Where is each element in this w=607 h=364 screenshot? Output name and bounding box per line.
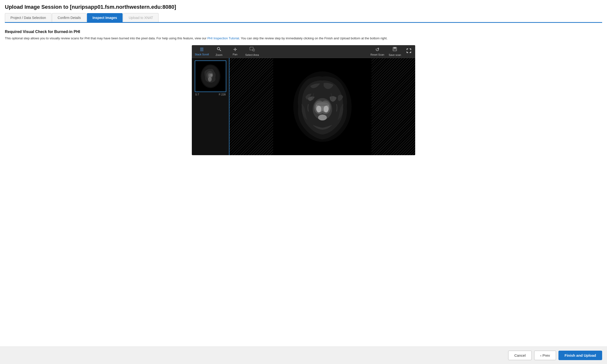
action-reset-scan[interactable]: ↺ Reset Scan [371,47,384,56]
thumbnail-image[interactable] [195,61,226,92]
tab-upload-xnat: Upload to XNAT [123,13,158,22]
zoom-icon [217,47,221,53]
thumbnail-panel: S:7 F:228 [192,58,230,155]
tab-project-data[interactable]: Project / Data Selection [5,13,52,22]
select-area-icon [249,47,255,53]
tab-inspect-images[interactable]: Inspect Images [87,13,123,22]
tool-pan[interactable]: ✛ Pan [229,47,241,56]
svg-point-11 [210,73,213,77]
footer-bar: Cancel ‹ Prev Finish and Upload [0,347,607,364]
svg-rect-3 [253,49,255,51]
viewer-toolbar: ☰ Stack Scroll Zoom ✛ [192,45,415,58]
fullscreen-icon [406,48,411,54]
cancel-button[interactable]: Cancel [508,351,532,360]
svg-line-1 [220,50,221,51]
toolbar-actions: ↺ Reset Scan Save scan [371,47,412,56]
svg-point-19 [316,106,321,112]
thumbnail-labels: S:7 F:228 [195,93,226,96]
frame-label: F:228 [219,93,226,96]
pan-icon: ✛ [233,47,237,52]
tab-confirm-details[interactable]: Confirm Details [52,13,86,22]
series-label: S:7 [195,93,199,96]
page-wrapper: Upload Image Session to [nuripsapp01.fsm… [0,0,607,364]
tool-zoom[interactable]: Zoom [213,47,225,56]
toolbar-tools: ☰ Stack Scroll Zoom ✛ [195,47,259,56]
reset-scan-icon: ↺ [375,47,379,52]
viewer-body: S:7 F:228 [192,58,415,155]
main-image-area[interactable] [230,58,415,155]
stack-scroll-icon: ☰ [200,47,204,52]
tab-bar: Project / Data Selection Confirm Details… [5,13,602,23]
svg-rect-6 [393,49,396,51]
tool-stack-scroll[interactable]: ☰ Stack Scroll [195,47,209,56]
svg-point-22 [316,102,328,106]
svg-point-21 [318,115,327,120]
brain-mri-image [281,62,364,152]
svg-point-0 [217,47,220,50]
action-fullscreen[interactable] [405,48,412,54]
page-header: Upload Image Session to [nuripsapp01.fsm… [0,0,607,25]
page-title: Upload Image Session to [nuripsapp01.fsm… [5,4,602,10]
section-description: This optional step allows you to visuall… [5,36,602,41]
prev-button[interactable]: ‹ Prev [534,351,556,360]
finish-upload-button[interactable]: Finish and Upload [558,351,602,360]
image-viewer: ☰ Stack Scroll Zoom ✛ [192,45,415,155]
tool-select-area[interactable]: Select Area [245,47,259,56]
section-title: Required Visual Check for Burned-in PHI [5,30,602,34]
phi-tutorial-link[interactable]: PHI Inspection Tutorial [207,36,239,40]
action-save-scan[interactable]: Save scan [389,47,401,56]
hatch-right [372,58,415,155]
hatch-left [230,58,273,155]
save-scan-icon [392,47,397,53]
svg-rect-5 [394,47,396,49]
svg-point-20 [324,106,328,112]
main-content: Required Visual Check for Burned-in PHI … [0,25,607,347]
svg-point-10 [208,77,212,81]
